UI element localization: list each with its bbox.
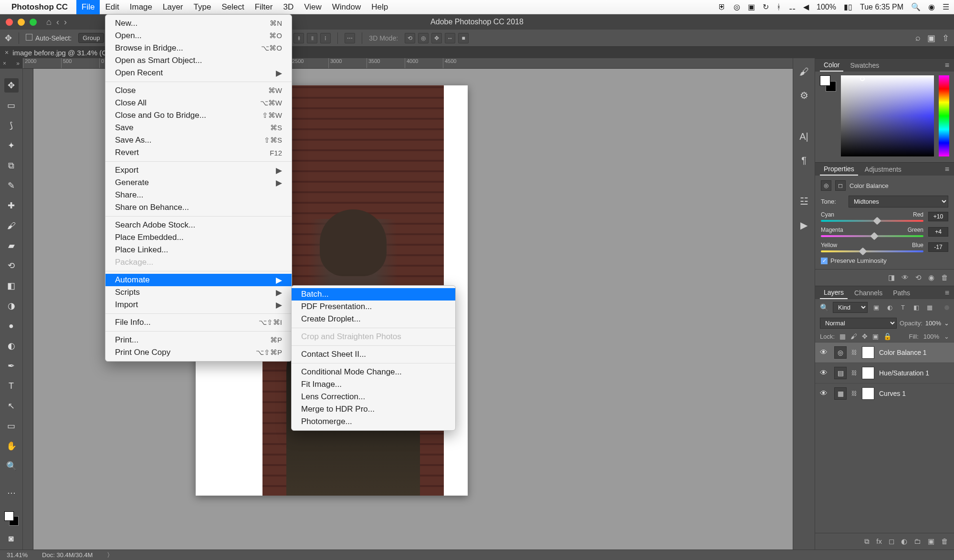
menu-item-print[interactable]: Print...⌘P: [105, 334, 292, 346]
shield-icon[interactable]: ⛨: [718, 3, 726, 11]
link-layers-icon[interactable]: ⧉: [864, 537, 870, 546]
menu-item-close-and-go-to-bridge[interactable]: Close and Go to Bridge...⇧⌘W: [105, 109, 292, 122]
menubar-item-select[interactable]: Select: [216, 0, 249, 14]
menu-item-close[interactable]: Close⌘W: [105, 84, 292, 97]
new-group-icon[interactable]: 🗀: [914, 537, 921, 546]
dist-h1[interactable]: ⫵: [294, 33, 304, 43]
menu-item-search-adobe-stock[interactable]: Search Adobe Stock...: [105, 219, 292, 231]
tab-paths[interactable]: Paths: [889, 287, 914, 299]
menubar-item-image[interactable]: Image: [125, 0, 157, 14]
reset-icon[interactable]: ⟲: [915, 273, 922, 282]
spotlight-icon[interactable]: 🔍: [911, 2, 921, 11]
menu-item-lens-correction[interactable]: Lens Correction...: [292, 391, 455, 403]
doc-size[interactable]: Doc: 30.4M/30.4M: [42, 551, 93, 559]
search-icon[interactable]: ⌕: [915, 33, 921, 43]
menu-item-scripts[interactable]: Scripts▶: [105, 286, 292, 299]
nav-back[interactable]: ‹: [56, 17, 59, 27]
layer-mask-thumb[interactable]: [862, 367, 874, 379]
marquee-tool[interactable]: ▭: [4, 98, 19, 113]
layer-row[interactable]: 👁 ▤ ⛓ Hue/Saturation 1: [815, 363, 954, 383]
menu-item-new[interactable]: New...⌘N: [105, 17, 292, 30]
home-icon[interactable]: ⌂: [46, 17, 52, 27]
filter-toggle[interactable]: [944, 305, 949, 310]
delete-layer-icon[interactable]: 🗑: [941, 537, 948, 546]
new-fill-adj-icon[interactable]: ◐: [901, 537, 907, 546]
menu-item-pdf-presentation[interactable]: PDF Presentation...: [292, 301, 455, 313]
more-align[interactable]: ⋯: [345, 33, 355, 43]
tab-properties[interactable]: Properties: [820, 163, 858, 176]
color-swatch-tool[interactable]: [4, 511, 19, 526]
menu-item-automate[interactable]: Automate▶: [105, 274, 292, 286]
hue-slider[interactable]: [939, 75, 949, 156]
menu-item-export[interactable]: Export▶: [105, 164, 292, 176]
healing-brush-tool[interactable]: ✚: [4, 198, 19, 213]
quick-mask[interactable]: ◙: [4, 531, 19, 546]
menu-item-browse-in-bridge[interactable]: Browse in Bridge...⌥⌘O: [105, 42, 292, 54]
slider-track-1[interactable]: [821, 235, 923, 237]
crop-tool[interactable]: ⧉: [4, 158, 19, 173]
filter-kind-dropdown[interactable]: Kind: [833, 302, 868, 313]
status-dropdown-icon[interactable]: 〉: [107, 551, 113, 560]
maximize-window[interactable]: [30, 19, 37, 26]
menubar-item-file[interactable]: File: [76, 0, 100, 14]
lasso-tool[interactable]: ⟆: [4, 118, 19, 133]
menubar-item-window[interactable]: Window: [327, 0, 366, 14]
lock-artboard-icon[interactable]: ▣: [872, 332, 879, 340]
tab-color[interactable]: Color: [820, 59, 843, 72]
pen-tool[interactable]: ✒: [4, 359, 19, 373]
menubar-item-layer[interactable]: Layer: [157, 0, 189, 14]
menu-item-open-as-smart-object[interactable]: Open as Smart Object...: [105, 54, 292, 67]
menu-item-revert[interactable]: RevertF12: [105, 146, 292, 159]
fill-value[interactable]: 100%: [923, 333, 939, 340]
battery-icon[interactable]: ▮▯: [844, 2, 852, 11]
move-tool[interactable]: ✥: [4, 78, 19, 93]
menubar-item-view[interactable]: View: [299, 0, 327, 14]
tab-adjustments[interactable]: Adjustments: [861, 164, 905, 175]
volume-icon[interactable]: ◀: [803, 2, 809, 11]
path-select-tool[interactable]: ↖: [4, 399, 19, 413]
opacity-dropdown-icon[interactable]: ⌄: [944, 320, 949, 327]
menubar-item-help[interactable]: Help: [366, 0, 393, 14]
filter-type-icon[interactable]: T: [898, 303, 908, 312]
filter-smart-icon[interactable]: ▦: [925, 303, 934, 312]
menu-item-place-linked[interactable]: Place Linked...: [105, 244, 292, 256]
menu-item-create-droplet[interactable]: Create Droplet...: [292, 313, 455, 325]
properties-panel-menu-icon[interactable]: ≡: [945, 165, 949, 174]
tone-dropdown[interactable]: Midtones: [849, 196, 948, 207]
layer-fx-icon[interactable]: fx: [876, 537, 882, 546]
slider-value-1[interactable]: +4: [928, 227, 948, 237]
lock-pixels-icon[interactable]: 🖌: [850, 332, 857, 340]
layer-name[interactable]: Hue/Saturation 1: [879, 369, 929, 377]
menubar-item-type[interactable]: Type: [189, 0, 217, 14]
move-tool-icon[interactable]: ✥: [5, 33, 12, 43]
layer-name[interactable]: Curves 1: [879, 390, 906, 397]
menu-item-generate[interactable]: Generate▶: [105, 176, 292, 189]
brushes-panel-icon[interactable]: 🖌: [797, 65, 811, 78]
view-previous-icon[interactable]: 👁: [902, 273, 909, 282]
layers-panel-menu-icon[interactable]: ≡: [945, 289, 949, 297]
blur-tool[interactable]: ●: [4, 319, 19, 333]
color-panel-menu-icon[interactable]: ≡: [945, 61, 949, 70]
notification-center-icon[interactable]: ☰: [943, 2, 949, 11]
slider-track-0[interactable]: [821, 220, 923, 222]
wifi-icon[interactable]: ⚋: [789, 2, 796, 11]
menu-item-share-on-behance[interactable]: Share on Behance...: [105, 201, 292, 214]
eyedropper-tool[interactable]: ✎: [4, 178, 19, 193]
slider-value-2[interactable]: -17: [928, 242, 948, 252]
close-window[interactable]: [6, 19, 13, 26]
3d-pan[interactable]: ✥: [431, 33, 442, 43]
edit-toolbar[interactable]: ⋯: [4, 486, 19, 500]
3d-orbit[interactable]: ⟲: [405, 33, 415, 43]
paragraph-panel-icon[interactable]: ¶: [797, 154, 811, 167]
clip-to-layer-icon[interactable]: ◨: [888, 273, 895, 282]
color-field[interactable]: [841, 75, 934, 156]
menu-item-place-embedded[interactable]: Place Embedded...: [105, 231, 292, 244]
dist-h2[interactable]: ⫴: [307, 33, 317, 43]
menu-item-photomerge[interactable]: Photomerge...: [292, 415, 455, 428]
zoom-value[interactable]: 31.41%: [7, 551, 28, 559]
clock[interactable]: Tue 6:35 PM: [860, 3, 903, 11]
opacity-value[interactable]: 100%: [925, 320, 941, 327]
magic-wand-tool[interactable]: ✦: [4, 138, 19, 153]
play-icon[interactable]: ▶: [797, 218, 811, 232]
zoom-tool[interactable]: 🔍: [4, 459, 19, 473]
